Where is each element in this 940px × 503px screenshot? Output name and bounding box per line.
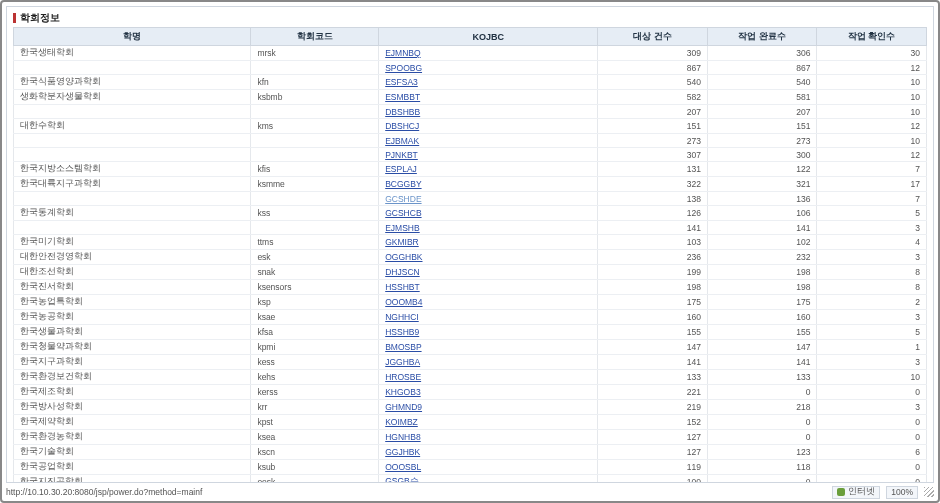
cell-society: 한국생물과학회	[14, 325, 251, 340]
cell-confirm: 30	[817, 46, 927, 61]
cell-done: 198	[707, 265, 817, 280]
cell-society: 한국제약학회	[14, 415, 251, 430]
cell-confirm: 3	[817, 400, 927, 415]
cell-kojbc-link[interactable]: KHGOB3	[379, 385, 598, 400]
cell-confirm: 3	[817, 221, 927, 235]
table-row: EJBMAK27327310	[14, 134, 927, 148]
zoom-indicator[interactable]: 100%	[886, 486, 918, 499]
cell-kojbc-link[interactable]: GCSHDE	[379, 192, 598, 206]
cell-kojbc-link[interactable]: EJMNBQ	[379, 46, 598, 61]
cell-kojbc-link[interactable]: PJNKBT	[379, 148, 598, 162]
cell-done: 867	[707, 61, 817, 75]
table-row: 한국생태학회mrskEJMNBQ30930630	[14, 46, 927, 61]
col-code[interactable]: 학회코드	[251, 28, 379, 46]
cell-kojbc-link[interactable]: HSSHB9	[379, 325, 598, 340]
cell-kojbc-link[interactable]: ESPLAJ	[379, 162, 598, 177]
cell-confirm: 12	[817, 61, 927, 75]
cell-society: 한국진서학회	[14, 280, 251, 295]
cell-confirm: 4	[817, 235, 927, 250]
cell-done: 175	[707, 295, 817, 310]
cell-kojbc-link[interactable]: OOOMB4	[379, 295, 598, 310]
cell-code: kpmi	[251, 340, 379, 355]
cell-code: ksae	[251, 310, 379, 325]
cell-target: 207	[598, 105, 708, 119]
society-table: 학명 학회코드 KOJBC 대상 건수 작업 완료수 작업 확인수 한국생태학회…	[13, 27, 927, 483]
cell-done: 136	[707, 192, 817, 206]
cell-society	[14, 148, 251, 162]
cell-done: 141	[707, 355, 817, 370]
cell-target: 198	[598, 280, 708, 295]
cell-kojbc-link[interactable]: GKMIBR	[379, 235, 598, 250]
cell-society: 한국미기학회	[14, 235, 251, 250]
cell-society: 한국지구과학회	[14, 355, 251, 370]
table-row: 한국환경보건학회kehsHROSBE13313310	[14, 370, 927, 385]
cell-kojbc-link[interactable]: DBSHBB	[379, 105, 598, 119]
col-kojbc[interactable]: KOJBC	[379, 28, 598, 46]
zoom-value: 100%	[891, 487, 913, 497]
col-confirm[interactable]: 작업 확인수	[817, 28, 927, 46]
resize-grip-icon[interactable]	[924, 487, 934, 497]
cell-target: 126	[598, 206, 708, 221]
col-target[interactable]: 대상 건수	[598, 28, 708, 46]
cell-kojbc-link[interactable]: HROSBE	[379, 370, 598, 385]
cell-kojbc-link[interactable]: NGHHCI	[379, 310, 598, 325]
cell-society: 대한수학회	[14, 119, 251, 134]
cell-kojbc-link[interactable]: GSGB슴	[379, 475, 598, 484]
cell-kojbc-link[interactable]: GHMND9	[379, 400, 598, 415]
cell-kojbc-link[interactable]: SPOOBG	[379, 61, 598, 75]
cell-kojbc-link[interactable]: JGGHBA	[379, 355, 598, 370]
cell-kojbc-link[interactable]: HGNHB8	[379, 430, 598, 445]
cell-target: 582	[598, 90, 708, 105]
cell-kojbc-link[interactable]: KOIMBZ	[379, 415, 598, 430]
cell-kojbc-link[interactable]: ESFSA3	[379, 75, 598, 90]
cell-kojbc-link[interactable]: GCSHCB	[379, 206, 598, 221]
col-done[interactable]: 작업 완료수	[707, 28, 817, 46]
table-row: EJMSHB1411413	[14, 221, 927, 235]
table-row: 한국환경농학회kseaHGNHB812700	[14, 430, 927, 445]
cell-kojbc-link[interactable]: DBSHCJ	[379, 119, 598, 134]
cell-confirm: 12	[817, 148, 927, 162]
cell-kojbc-link[interactable]: ESMBBT	[379, 90, 598, 105]
cell-society: 한국공업학회	[14, 460, 251, 475]
table-row: 한국미기학회ttmsGKMIBR1031024	[14, 235, 927, 250]
table-row: 한국생물과학회kfsaHSSHB91551555	[14, 325, 927, 340]
main-scroll-region[interactable]: 학회정보 학명 학회코드 KOJBC 대상 건수 작업 완료수 작업 확인수 한…	[6, 6, 934, 483]
cell-target: 147	[598, 340, 708, 355]
cell-kojbc-link[interactable]: BMOSBP	[379, 340, 598, 355]
cell-kojbc-link[interactable]: OGGHBK	[379, 250, 598, 265]
cell-target: 133	[598, 370, 708, 385]
table-row: 한국대륙지구과학회ksmmeBCGGBY32232117	[14, 177, 927, 192]
security-zone[interactable]: 인터넷	[832, 486, 880, 499]
cell-kojbc-link[interactable]: GGJHBK	[379, 445, 598, 460]
cell-target: 138	[598, 192, 708, 206]
table-row: 한국농업특학회kspOOOMB41751752	[14, 295, 927, 310]
cell-society	[14, 105, 251, 119]
table-row: 한국지방소스템학회kfisESPLAJ1311227	[14, 162, 927, 177]
table-row: SPOOBG86786712	[14, 61, 927, 75]
cell-target: 152	[598, 415, 708, 430]
cell-target: 141	[598, 355, 708, 370]
col-society[interactable]: 학명	[14, 28, 251, 46]
cell-target: 236	[598, 250, 708, 265]
cell-kojbc-link[interactable]: DHJSCN	[379, 265, 598, 280]
cell-kojbc-link[interactable]: HSSHBT	[379, 280, 598, 295]
cell-kojbc-link[interactable]: EJMSHB	[379, 221, 598, 235]
cell-confirm: 10	[817, 105, 927, 119]
table-row: 한국식품영양과학회kfnESFSA354054010	[14, 75, 927, 90]
cell-society: 대한안전경영학회	[14, 250, 251, 265]
cell-done: 160	[707, 310, 817, 325]
cell-target: 131	[598, 162, 708, 177]
cell-code	[251, 134, 379, 148]
cell-kojbc-link[interactable]: BCGGBY	[379, 177, 598, 192]
cell-kojbc-link[interactable]: EJBMAK	[379, 134, 598, 148]
table-row: 한국통계학회kssGCSHCB1261065	[14, 206, 927, 221]
zone-icon	[837, 488, 845, 496]
cell-done: 123	[707, 445, 817, 460]
cell-done: 118	[707, 460, 817, 475]
cell-done: 581	[707, 90, 817, 105]
cell-target: 307	[598, 148, 708, 162]
cell-kojbc-link[interactable]: OOOSBL	[379, 460, 598, 475]
table-row: 한국진서학회ksensorsHSSHBT1981988	[14, 280, 927, 295]
cell-code: eesk	[251, 475, 379, 484]
cell-done: 0	[707, 415, 817, 430]
